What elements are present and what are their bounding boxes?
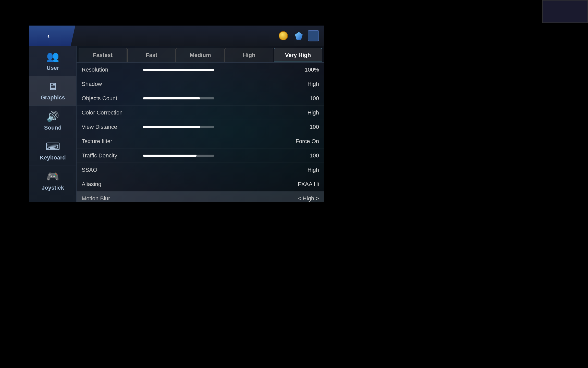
add-button[interactable] bbox=[308, 30, 319, 41]
setting-name-1: Shadow bbox=[82, 81, 138, 87]
slider-container-4[interactable] bbox=[138, 126, 288, 128]
setting-row-8: Aliasing FXAA Hi bbox=[77, 177, 324, 191]
coin-icon bbox=[279, 31, 288, 40]
joystick-icon: 🎮 bbox=[46, 170, 59, 182]
setting-row-4: View Distance 100 bbox=[77, 120, 324, 134]
setting-row-7: SSAO High bbox=[77, 163, 324, 177]
setting-row-5: Texture filter Force On bbox=[77, 134, 324, 148]
user-icon: 👥 bbox=[46, 51, 59, 63]
setting-name-0: Resolution bbox=[82, 66, 138, 73]
sidebar-label-keyboard: Keyboard bbox=[40, 154, 66, 161]
sidebar-item-testing[interactable]: ✈ Testing bbox=[29, 196, 76, 202]
tab-fast[interactable]: Fast bbox=[127, 48, 176, 62]
game-window: ‹ 👥 User 🖥 Graphics 🔊 Sound bbox=[29, 26, 324, 202]
sidebar-item-graphics[interactable]: 🖥 Graphics bbox=[29, 76, 76, 106]
setting-name-6: Traffic Dencity bbox=[82, 152, 138, 159]
slider-4[interactable] bbox=[143, 126, 214, 128]
tab-high[interactable]: High bbox=[225, 48, 273, 62]
setting-value-8: FXAA Hi bbox=[288, 181, 319, 188]
setting-row-0: Resolution 100% bbox=[77, 63, 324, 77]
setting-value-0: 100% bbox=[288, 66, 319, 73]
tab-fastest[interactable]: Fastest bbox=[79, 48, 127, 62]
slider-2[interactable] bbox=[143, 97, 214, 99]
setting-name-5: Texture filter bbox=[82, 138, 138, 145]
gems-display bbox=[293, 32, 303, 40]
setting-name-7: SSAO bbox=[82, 167, 138, 173]
tab-medium[interactable]: Medium bbox=[176, 48, 224, 62]
quality-tabs: FastestFastMediumHighVery High bbox=[77, 46, 324, 63]
setting-value-5: Force On bbox=[288, 138, 319, 145]
back-chevron-icon: ‹ bbox=[47, 32, 50, 40]
settings-list: Resolution 100% Shadow High Objects Coun… bbox=[77, 63, 324, 202]
tab-very-high[interactable]: Very High bbox=[274, 48, 322, 62]
back-button[interactable]: ‹ bbox=[29, 26, 75, 46]
setting-row-9[interactable]: Motion Blur < High > bbox=[77, 191, 324, 202]
sidebar-label-joystick: Joystick bbox=[42, 185, 64, 191]
setting-name-4: View Distance bbox=[82, 124, 138, 130]
setting-name-2: Objects Count bbox=[82, 95, 138, 102]
slider-0[interactable] bbox=[143, 69, 214, 71]
setting-value-2: 100 bbox=[288, 95, 319, 102]
graphics-icon: 🖥 bbox=[48, 81, 58, 92]
header: ‹ bbox=[29, 26, 324, 46]
setting-value-6: 100 bbox=[288, 152, 319, 159]
sidebar-label-sound: Sound bbox=[44, 124, 62, 131]
setting-value-1: High bbox=[288, 81, 319, 87]
sidebar-item-sound[interactable]: 🔊 Sound bbox=[29, 106, 76, 136]
setting-value-7: High bbox=[288, 167, 319, 173]
slider-container-0[interactable] bbox=[138, 69, 288, 71]
testing-icon: ✈ bbox=[48, 201, 57, 202]
setting-name-8: Aliasing bbox=[82, 181, 138, 188]
sidebar-item-keyboard[interactable]: ⌨ Keyboard bbox=[29, 136, 76, 166]
coins-display bbox=[277, 31, 288, 40]
header-right bbox=[277, 30, 324, 41]
sidebar-item-user[interactable]: 👥 User bbox=[29, 46, 76, 76]
fps-counter bbox=[542, 0, 588, 23]
setting-value-4: 100 bbox=[288, 124, 319, 130]
setting-row-6: Traffic Dencity 100 bbox=[77, 148, 324, 163]
setting-row-2: Objects Count 100 bbox=[77, 91, 324, 106]
setting-row-3: Color Correction High bbox=[77, 106, 324, 120]
sidebar-label-user: User bbox=[47, 65, 59, 71]
gem-icon bbox=[295, 32, 303, 40]
slider-container-6[interactable] bbox=[138, 155, 288, 157]
setting-value-3: High bbox=[288, 109, 319, 116]
setting-name-9: Motion Blur bbox=[82, 195, 138, 202]
setting-name-3: Color Correction bbox=[82, 109, 138, 116]
sidebar-item-joystick[interactable]: 🎮 Joystick bbox=[29, 166, 76, 196]
setting-row-1: Shadow High bbox=[77, 77, 324, 91]
slider-container-2[interactable] bbox=[138, 97, 288, 99]
sound-icon: 🔊 bbox=[46, 110, 59, 122]
setting-value-9: < High > bbox=[288, 195, 319, 202]
slider-6[interactable] bbox=[143, 155, 214, 157]
main-content: FastestFastMediumHighVery High Resolutio… bbox=[77, 46, 324, 202]
sidebar: 👥 User 🖥 Graphics 🔊 Sound ⌨ Keyboard 🎮 J… bbox=[29, 46, 77, 202]
sidebar-label-graphics: Graphics bbox=[41, 94, 65, 101]
keyboard-icon: ⌨ bbox=[45, 141, 60, 152]
